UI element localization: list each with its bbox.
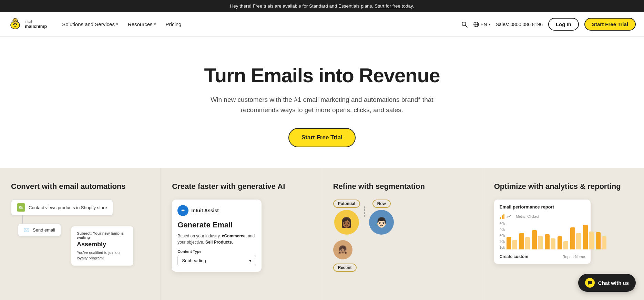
flow-step-send: ✉️ Send email xyxy=(18,224,61,236)
chat-bubble-icon xyxy=(585,278,595,288)
hero-section: Turn Emails into Revenue Win new custome… xyxy=(0,37,644,168)
flow-trigger-text: Contact views products in Shopify store xyxy=(29,205,107,210)
intuit-assist-label: Intuit Assist xyxy=(191,208,219,213)
hero-subheading: Win new customers with the #1 email mark… xyxy=(205,95,439,116)
feature-card-automations: Convert with email automations 🛍 Contact… xyxy=(0,168,161,300)
segment-person-1: Potential 👩🏾 xyxy=(333,200,360,235)
navbar: intuit mailchimp Solutions and Services … xyxy=(0,12,644,37)
login-button[interactable]: Log In xyxy=(548,18,579,31)
nav-right: EN ▾ Sales: 0800 086 8196 Log In Start F… xyxy=(461,18,636,31)
segment-avatar-3: 👧🏽 xyxy=(333,240,352,259)
svg-point-3 xyxy=(16,24,17,25)
svg-line-8 xyxy=(466,25,467,27)
generate-description: Based on your industry, eCommerce, and y… xyxy=(177,233,256,245)
objective-link[interactable]: Sell Products. xyxy=(205,240,233,245)
ai-visual-card: ✦ Intuit Assist Generate Email Based on … xyxy=(172,200,262,272)
shopify-icon: 🛍 xyxy=(17,203,25,212)
chat-icon xyxy=(587,280,593,286)
nav-pricing[interactable]: Pricing xyxy=(162,19,186,30)
nav-links: Solutions and Services ▾ Resources ▾ Pri… xyxy=(58,19,461,30)
report-name-label: Report Name xyxy=(562,255,585,259)
flow-connector xyxy=(22,215,23,224)
chat-widget-label: Chat with us xyxy=(598,280,629,286)
features-section: Convert with email automations 🛍 Contact… xyxy=(0,168,644,300)
globe-icon xyxy=(473,22,479,27)
search-button[interactable] xyxy=(461,21,468,28)
intuit-assist-icon: ✦ xyxy=(177,205,188,216)
flow-step-trigger: 🛍 Contact views products in Shopify stor… xyxy=(11,200,113,215)
banner-link[interactable]: Start for free today. xyxy=(375,3,414,9)
chevron-down-icon: ▾ xyxy=(489,22,490,26)
svg-rect-14 xyxy=(503,214,504,219)
content-type-label: Content Type xyxy=(177,249,256,254)
feature-title-analytics: Optimize with analytics & reporting xyxy=(494,182,633,192)
feature-title-automations: Convert with email automations xyxy=(11,182,150,192)
content-type-select[interactable]: Subheading ▾ xyxy=(177,255,256,266)
email-preview-card: Subject: Your new lamp is waiting Assemb… xyxy=(71,226,133,266)
chevron-down-icon: ▾ xyxy=(116,22,118,26)
segment-badge-1: Potential xyxy=(333,200,360,208)
language-selector[interactable]: EN ▾ xyxy=(473,22,490,27)
feature-title-ai: Create faster with generative AI xyxy=(172,182,310,192)
svg-rect-12 xyxy=(500,217,501,219)
segment-badge-2: New xyxy=(372,200,391,208)
segment-divider xyxy=(364,206,365,217)
chart-y-labels: 50k 40k 30k 20k 10k xyxy=(500,222,505,249)
sales-number: Sales: 0800 086 8196 xyxy=(496,22,543,27)
nav-solutions[interactable]: Solutions and Services ▾ xyxy=(58,19,122,30)
svg-point-6 xyxy=(16,20,17,21)
svg-point-2 xyxy=(13,24,14,25)
create-custom-label: Create custom xyxy=(500,254,528,259)
chevron-down-icon: ▾ xyxy=(249,258,252,263)
mailchimp-logo-icon xyxy=(8,18,22,31)
generate-email-title: Generate Email xyxy=(177,220,256,230)
feature-card-segmentation: Refine with segmentation Potential 👩🏾 Ne… xyxy=(322,168,483,300)
start-free-trial-button-hero[interactable]: Start Free Trial xyxy=(288,128,356,147)
nav-resources[interactable]: Resources ▾ xyxy=(124,19,160,30)
top-banner: Hey there! Free trials are available for… xyxy=(0,0,644,12)
feature-card-ai: Create faster with generative AI ✦ Intui… xyxy=(161,168,322,300)
chart-icon xyxy=(500,214,505,219)
segment-badge-3: Recent xyxy=(333,264,357,272)
segmentation-visual: Potential 👩🏾 New 👨🏻 xyxy=(333,200,472,235)
chevron-down-icon: ▾ xyxy=(154,22,156,26)
analytics-visual-card: Email performance report Metric: Clicked xyxy=(494,200,591,264)
automation-flow: 🛍 Contact views products in Shopify stor… xyxy=(11,200,150,266)
banner-text: Hey there! Free trials are available for… xyxy=(230,3,373,9)
search-icon xyxy=(461,21,468,28)
feature-title-segmentation: Refine with segmentation xyxy=(333,182,472,192)
svg-rect-13 xyxy=(502,215,503,219)
segment-avatar-1: 👩🏾 xyxy=(334,210,359,235)
logo[interactable]: intuit mailchimp xyxy=(8,18,47,31)
chat-widget[interactable]: Chat with us xyxy=(578,274,636,292)
analytics-report-title: Email performance report xyxy=(500,204,585,210)
line-chart-icon xyxy=(507,214,512,219)
segment-person-2: New 👨🏻 xyxy=(369,200,394,235)
metric-label: Metric: Clicked xyxy=(516,215,539,218)
industry-link[interactable]: eCommerce, xyxy=(222,234,247,238)
email-icon: ✉️ xyxy=(24,227,29,233)
segment-avatar-2: 👨🏻 xyxy=(369,210,394,235)
svg-point-5 xyxy=(13,20,15,21)
chart-area xyxy=(507,222,606,249)
hero-heading: Turn Emails into Revenue xyxy=(7,64,637,86)
segment-person-3: 👧🏽 Recent xyxy=(333,240,472,272)
start-free-trial-button-nav[interactable]: Start Free Trial xyxy=(584,18,636,31)
